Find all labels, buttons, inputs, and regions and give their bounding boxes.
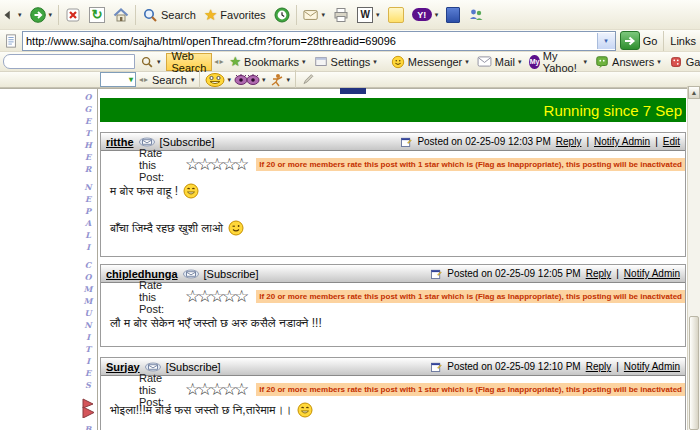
- rate-label: Rate this Post:: [139, 279, 180, 315]
- web-search-button[interactable]: Web Search: [166, 53, 213, 71]
- reply-link[interactable]: Reply: [556, 136, 582, 147]
- scroll-up-button[interactable]: ▲: [688, 86, 700, 99]
- pencil-icon[interactable]: [301, 73, 315, 86]
- yahoo-dropdown-icon[interactable]: ▾: [435, 11, 439, 18]
- rate-warning: If 20 or more members rate this post wit…: [256, 158, 685, 171]
- reply-link[interactable]: Reply: [586, 361, 612, 372]
- mail-dropdown-icon: ▾: [518, 58, 522, 65]
- word-discuss-button[interactable]: W ▾: [353, 2, 384, 28]
- post-header: ritthe [Subscribe] Posted on 02-25-09 12…: [101, 133, 685, 151]
- print-button[interactable]: [329, 2, 353, 28]
- stop-button[interactable]: [61, 2, 85, 28]
- my-yahoo-icon: My: [529, 55, 539, 69]
- post-author-link[interactable]: Surjay: [106, 361, 140, 373]
- address-bar: ▾ Go Links: [0, 30, 700, 52]
- home-icon: [113, 7, 129, 23]
- go-icon: [620, 31, 640, 50]
- toolbar-separator: [663, 31, 664, 51]
- notify-admin-link[interactable]: Notify Admin: [594, 136, 650, 147]
- links-label[interactable]: Links: [670, 35, 696, 47]
- yahoo-search-scope-button[interactable]: ▾: [137, 53, 164, 71]
- go-button[interactable]: Go: [620, 31, 658, 50]
- mail-button[interactable]: ▾: [299, 2, 330, 28]
- big-smiley-dropdown-icon: ▾: [227, 76, 231, 83]
- search-scope-dropdown-icon: ▾: [157, 58, 161, 65]
- answers-dropdown-icon: ▾: [657, 58, 661, 65]
- my-yahoo-button[interactable]: My My Yahoo! ▾: [526, 53, 590, 71]
- browser-main-toolbar: ▾ ▾ ↻ Search ★ Favorites: [0, 0, 700, 30]
- games-button[interactable]: Games ▾: [666, 53, 700, 71]
- word-dropdown-icon[interactable]: ▾: [376, 11, 380, 18]
- toolbar-separator: [295, 70, 296, 90]
- back-dropdown-icon[interactable]: ▾: [18, 11, 22, 18]
- subscribe-link[interactable]: [Subscribe]: [204, 268, 259, 280]
- post-text-line: भोइला!!!म बोर्ड फस जस्तो छ नि,तारेमाम।।: [110, 402, 313, 418]
- magnifier-icon: [140, 55, 154, 69]
- answers-button[interactable]: Answers ▾: [592, 53, 664, 71]
- rating-stars[interactable]: ☆☆☆☆☆: [185, 156, 246, 173]
- big-smiley-button[interactable]: ▾: [205, 73, 231, 87]
- research-button[interactable]: [442, 2, 464, 28]
- vertical-motto: OGETHER NEPALI COMMUNITIES BRINGIN: [80, 89, 96, 430]
- my-yahoo-dropdown-icon: ▾: [584, 58, 588, 65]
- rating-stars[interactable]: ☆☆☆☆☆: [185, 381, 246, 398]
- pm-envelope-icon[interactable]: [139, 137, 155, 147]
- toolbar-arrows-icon: ◂▸: [139, 75, 149, 84]
- search-button[interactable]: Search: [138, 2, 200, 28]
- notes-button[interactable]: [384, 2, 408, 28]
- stop-icon: [65, 7, 81, 23]
- rate-label: Rate this Post:: [139, 147, 180, 183]
- posted-info: Posted on 02-25-09 12:03 PM Reply | Noti…: [400, 136, 680, 148]
- back-icon: [1, 8, 15, 22]
- post-text-line: बाँचा जिम्दै रहछ खुशी लाओ: [110, 220, 244, 236]
- word-icon: W: [357, 7, 373, 23]
- mail-dropdown-icon[interactable]: ▾: [322, 11, 326, 18]
- edit-link[interactable]: Edit: [663, 136, 680, 147]
- yahoo-mail-button[interactable]: Mail ▾: [474, 53, 525, 71]
- bookmarks-button[interactable]: ★ Bookmarks ▾: [226, 53, 308, 71]
- yahoo-services-button[interactable]: Y! ▾: [408, 2, 443, 28]
- notify-admin-link[interactable]: Notify Admin: [624, 268, 680, 279]
- favorites-button[interactable]: ★ Favorites: [200, 2, 270, 28]
- smiley-search-button[interactable]: Search ▾: [152, 74, 194, 86]
- eyes-button[interactable]: ▾: [234, 73, 266, 86]
- posted-note-icon: [430, 361, 442, 373]
- link-separator: |: [616, 268, 619, 279]
- post-author-link[interactable]: ritthe: [106, 136, 134, 148]
- pm-envelope-icon[interactable]: [183, 269, 199, 279]
- yahoo-search-input[interactable]: [3, 54, 135, 69]
- home-button[interactable]: [109, 2, 133, 28]
- big-smiley-icon: [205, 73, 225, 87]
- reply-link[interactable]: Reply: [586, 268, 612, 279]
- posted-info: Posted on 02-25-09 12:10 PM Reply | Noti…: [430, 361, 680, 373]
- refresh-button[interactable]: ↻: [85, 2, 109, 28]
- smiley-select[interactable]: ▾: [100, 72, 136, 87]
- refresh-icon: ↻: [89, 7, 105, 23]
- logo-remnant: [340, 88, 366, 94]
- settings-button[interactable]: Settings ▾: [311, 53, 380, 71]
- history-button[interactable]: [270, 2, 294, 28]
- pm-envelope-icon[interactable]: [145, 362, 161, 372]
- dancer-button[interactable]: ▾: [268, 73, 290, 87]
- toolbar-separator: [199, 70, 200, 90]
- post-card: Surjay [Subscribe] Posted on 02-25-09 12…: [100, 357, 686, 430]
- back-button[interactable]: ▾: [1, 2, 26, 28]
- messenger-button[interactable]: Messenger ▾: [388, 53, 472, 71]
- notify-admin-link[interactable]: Notify Admin: [624, 361, 680, 372]
- scrollbar-thumb[interactable]: [689, 316, 699, 430]
- messenger-buddy-button[interactable]: [464, 2, 488, 28]
- forward-dropdown-icon[interactable]: ▾: [49, 11, 53, 18]
- address-dropdown-button[interactable]: ▾: [597, 33, 615, 49]
- post-card: chipledhunga [Subscribe] Posted on 02-25…: [100, 264, 686, 347]
- settings-icon: [314, 55, 328, 69]
- forward-button[interactable]: ▾: [26, 2, 57, 28]
- note-icon: [388, 7, 404, 23]
- address-input[interactable]: [23, 35, 597, 47]
- vertical-scrollbar[interactable]: ▲: [687, 86, 700, 430]
- toolbar-separator: [296, 5, 297, 25]
- link-separator: |: [616, 361, 619, 372]
- forward-icon: [30, 7, 46, 23]
- dancer-dropdown-icon: ▾: [286, 76, 290, 83]
- vertical-motto-word: OGETHER: [84, 92, 92, 176]
- rating-stars[interactable]: ☆☆☆☆☆: [185, 288, 246, 305]
